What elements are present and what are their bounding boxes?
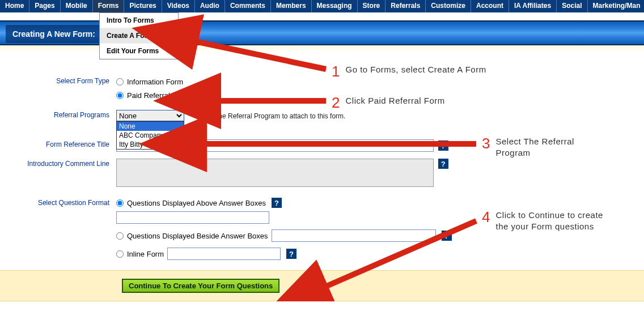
nav-customize[interactable]: Customize <box>426 0 471 12</box>
nav-audio[interactable]: Audio <box>195 0 225 12</box>
referral-option-abc[interactable]: ABC Company <box>117 131 184 140</box>
referral-option-none[interactable]: None <box>117 122 184 131</box>
page-title: Creating A New Form: <box>12 29 95 39</box>
dropdown-edit-your-forms[interactable]: Edit Your Forms <box>100 44 178 59</box>
nav-store[interactable]: Store <box>358 0 386 12</box>
radio-paid-referral-form[interactable] <box>116 92 124 99</box>
help-icon[interactable]: ? <box>272 198 282 208</box>
radio-label-q-beside: Questions Displayed Beside Answer Boxes <box>127 232 268 240</box>
help-icon[interactable]: ? <box>438 140 448 151</box>
referral-options-open: None ABC Company Itty Bitty <box>116 121 184 150</box>
label-referral-programs: Referral Programs <box>6 110 116 119</box>
radio-q-beside[interactable] <box>116 232 124 240</box>
continue-bar: Continue To Create Your Form Questions <box>0 270 644 301</box>
referral-option-itty[interactable]: Itty Bitty <box>117 140 184 149</box>
nav-home[interactable]: Home <box>0 0 29 12</box>
radio-label-paid-referral-form: Paid Referral Form <box>127 91 189 100</box>
radio-q-above[interactable] <box>116 199 124 207</box>
continue-button[interactable]: Continue To Create Your Form Questions <box>122 279 279 293</box>
nav-social[interactable]: Social <box>557 0 587 12</box>
radio-information-form[interactable] <box>116 78 124 86</box>
label-intro-comment: Introductory Comment Line <box>6 159 116 168</box>
dropdown-intro-to-forms[interactable]: Intro To Forms <box>100 13 178 28</box>
title-bar-inner: Creating A New Form: <box>6 25 102 43</box>
referral-hint: Select the Referral Program to attach to… <box>196 112 345 120</box>
help-icon[interactable]: ? <box>286 249 296 259</box>
required-star: * <box>189 112 192 120</box>
nav-mobile[interactable]: Mobile <box>61 0 93 12</box>
nav-referrals[interactable]: Referrals <box>385 0 426 12</box>
label-select-form-type: Select Form Type <box>6 76 116 85</box>
input-inline-sample[interactable] <box>167 248 281 260</box>
radio-label-q-above: Questions Displayed Above Answer Boxes <box>127 199 266 207</box>
nav-ia-affiliates[interactable]: IA Affiliates <box>509 0 557 12</box>
help-icon[interactable]: ? <box>438 159 448 169</box>
input-q-above-sample[interactable] <box>116 211 269 224</box>
select-referral-program[interactable]: None <box>116 110 184 121</box>
nav-messaging[interactable]: Messaging <box>312 0 358 12</box>
nav-members[interactable]: Members <box>271 0 312 12</box>
label-select-q-format: Select Question Format <box>6 198 116 207</box>
top-nav: Home Pages Mobile Forms Pictures Videos … <box>0 0 644 12</box>
input-q-beside-sample[interactable] <box>272 229 436 242</box>
nav-marketing[interactable]: Marketing/Man <box>588 0 645 12</box>
nav-pictures[interactable]: Pictures <box>124 0 162 12</box>
title-bar: Creating A New Form: <box>0 20 644 45</box>
forms-dropdown: Intro To Forms Create A Form Edit Your F… <box>99 12 179 59</box>
form-body: Select Form Type Information Form Paid R… <box>0 45 644 263</box>
nav-pages[interactable]: Pages <box>29 0 60 12</box>
nav-account[interactable]: Account <box>471 0 509 12</box>
radio-inline-form[interactable] <box>116 250 124 258</box>
dropdown-create-a-form[interactable]: Create A Form <box>100 28 178 44</box>
label-form-ref-title: Form Reference Title <box>6 139 116 148</box>
nav-forms[interactable]: Forms <box>93 0 125 12</box>
help-icon[interactable]: ? <box>442 231 452 241</box>
radio-label-inline-form: Inline Form <box>127 250 164 258</box>
textarea-intro-comment[interactable] <box>116 159 434 187</box>
nav-comments[interactable]: Comments <box>225 0 271 12</box>
nav-videos[interactable]: Videos <box>162 0 195 12</box>
radio-label-information-form: Information Form <box>127 78 183 86</box>
